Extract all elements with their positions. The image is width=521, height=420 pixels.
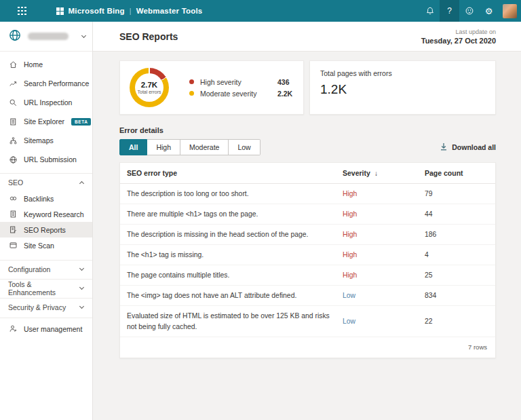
table-row: Evaluated size of HTML is estimated to b… xyxy=(120,306,495,337)
waffle-grid-icon[interactable] xyxy=(18,7,26,16)
severity-cell: High xyxy=(343,189,425,199)
document-list-icon xyxy=(8,117,18,126)
sidebar-item-home[interactable]: Home xyxy=(0,55,92,74)
help-icon[interactable]: ? xyxy=(440,0,459,22)
row-count-footer: 7 rows xyxy=(120,337,495,358)
sidebar-item-site-explorer[interactable]: Site Explorer BETA xyxy=(0,112,92,131)
severity-tabs: All High Moderate Low xyxy=(119,139,260,155)
brand[interactable]: Microsoft Bing | Webmaster Tools xyxy=(56,7,203,15)
sidebar-item-sitemaps[interactable]: Sitemaps xyxy=(0,131,92,150)
legend-value: 436 xyxy=(277,78,290,86)
total-pages-value: 1.2K xyxy=(320,82,485,97)
page-count-cell: 25 xyxy=(425,270,488,280)
donut-center: 2.7K Total errors xyxy=(135,73,163,102)
sitemap-tree-icon xyxy=(8,136,18,145)
sidebar-item-url-submission[interactable]: URL Submission xyxy=(0,150,92,169)
sidebar-section-security-privacy[interactable]: Security & Privacy xyxy=(0,298,92,314)
seo-section-items: Backlinks Keyword Research SEO Reports xyxy=(0,189,92,257)
sidebar-item-url-inspection[interactable]: URL Inspection xyxy=(0,93,92,112)
severity-cell: Low xyxy=(343,316,425,326)
bell-icon[interactable] xyxy=(420,0,440,22)
topbar-actions: ? ⚙ xyxy=(420,0,517,22)
donut-total-value: 2.7K xyxy=(141,81,157,89)
document-edit-icon xyxy=(8,225,18,234)
col-severity-sort[interactable]: Severity ↓ xyxy=(343,169,425,177)
main-content: SEO Reports Last update on Tuesday, 27 O… xyxy=(93,22,521,420)
page-count-cell: 4 xyxy=(425,250,488,260)
sidebar-section-seo[interactable]: SEO xyxy=(0,173,92,189)
beta-badge: BETA xyxy=(71,118,91,126)
total-pages-card: Total pages with errors 1.2K xyxy=(309,60,496,115)
sidebar-item-keyword-research[interactable]: Keyword Research xyxy=(0,206,92,222)
sidebar-item-label: Site Scan xyxy=(24,242,54,250)
page-count-cell: 22 xyxy=(425,316,488,326)
col-severity-label: Severity xyxy=(343,169,370,177)
feedback-smiley-icon[interactable] xyxy=(459,0,479,22)
page-count-cell: 186 xyxy=(425,229,488,240)
page-count-cell: 834 xyxy=(425,290,488,301)
download-all-label: Download all xyxy=(452,143,496,151)
last-update-date: Tuesday, 27 Oct 2020 xyxy=(421,37,496,45)
sidebar-item-seo-reports[interactable]: SEO Reports xyxy=(0,222,92,237)
legend-row-high: High severity 436 xyxy=(189,78,294,86)
sidebar-item-label: Keyword Research xyxy=(24,210,84,218)
legend-row-moderate: Moderate severity 2.2K xyxy=(189,90,294,98)
error-type-cell: The description is missing in the head s… xyxy=(127,229,343,240)
error-type-cell: The <img> tag does not have an ALT attri… xyxy=(127,290,343,301)
donut-total-label: Total errors xyxy=(137,90,161,94)
page-count-cell: 79 xyxy=(425,189,488,199)
severity-cell: High xyxy=(343,270,425,280)
error-details-toolbar: All High Moderate Low Download all xyxy=(119,139,496,155)
legend-value: 2.2K xyxy=(277,90,292,98)
person-icon xyxy=(8,324,18,333)
tab-low[interactable]: Low xyxy=(229,139,260,155)
severity-cell: High xyxy=(343,209,425,219)
sidebar-item-label: Backlinks xyxy=(24,195,54,203)
tab-moderate[interactable]: Moderate xyxy=(180,139,229,155)
sidebar-item-search-performance[interactable]: Search Performance xyxy=(0,74,92,93)
globe-icon xyxy=(8,28,22,45)
sidebar-item-label: URL Submission xyxy=(24,155,77,164)
table-row: The <img> tag does not have an ALT attri… xyxy=(120,286,495,306)
section-label: SEO xyxy=(8,178,23,187)
site-selector[interactable] xyxy=(0,22,92,52)
download-all-button[interactable]: Download all xyxy=(440,142,496,152)
tab-high[interactable]: High xyxy=(147,139,180,155)
sidebar-section-configuration[interactable]: Configuration xyxy=(0,260,92,276)
high-severity-dot-icon xyxy=(189,79,194,84)
table-header: SEO error type Severity ↓ Page count xyxy=(120,163,495,184)
sidebar-item-label: URL Inspection xyxy=(24,98,72,107)
sidebar-section-tools-enhancements[interactable]: Tools & Enhancements xyxy=(0,279,92,295)
sidebar-item-label: Sitemaps xyxy=(24,136,54,145)
magnifier-icon xyxy=(8,98,18,107)
col-page-count: Page count xyxy=(425,169,488,177)
sidebar-item-label: User management xyxy=(24,325,82,333)
table-row: The <h1> tag is missing. High 4 xyxy=(120,245,495,265)
tab-all[interactable]: All xyxy=(119,139,147,155)
error-type-cell: The page contains multiple titles. xyxy=(127,270,343,280)
sidebar-item-backlinks[interactable]: Backlinks xyxy=(0,191,92,206)
col-seo-error-type: SEO error type xyxy=(127,169,343,177)
error-table: SEO error type Severity ↓ Page count The… xyxy=(119,162,496,358)
sidebar-item-user-management[interactable]: User management xyxy=(0,318,92,339)
table-row: There are multiple <h1> tags on the page… xyxy=(120,204,495,225)
sidebar-item-site-scan[interactable]: Site Scan xyxy=(0,237,92,253)
brand-separator: | xyxy=(130,7,132,15)
avatar[interactable] xyxy=(503,4,517,18)
topbar: Microsoft Bing | Webmaster Tools ? ⚙ xyxy=(0,0,521,22)
sort-descending-icon: ↓ xyxy=(374,170,378,177)
table-row: The description is missing in the head s… xyxy=(120,225,495,245)
microsoft-logo-icon xyxy=(56,7,64,15)
table-row: The page contains multiple titles. High … xyxy=(120,265,495,286)
home-icon xyxy=(8,60,18,69)
trend-line-icon xyxy=(8,79,18,88)
chevron-up-icon xyxy=(79,180,84,185)
settings-gear-icon[interactable]: ⚙ xyxy=(479,0,499,22)
legend-label: High severity xyxy=(200,78,268,86)
section-label: Tools & Enhancements xyxy=(8,280,80,297)
app-body: Home Search Performance URL Inspection S… xyxy=(0,22,521,420)
sidebar-item-label: Search Performance xyxy=(24,79,89,88)
main-header: SEO Reports Last update on Tuesday, 27 O… xyxy=(93,22,521,52)
total-pages-label: Total pages with errors xyxy=(320,69,485,77)
legend-label: Moderate severity xyxy=(200,90,268,98)
